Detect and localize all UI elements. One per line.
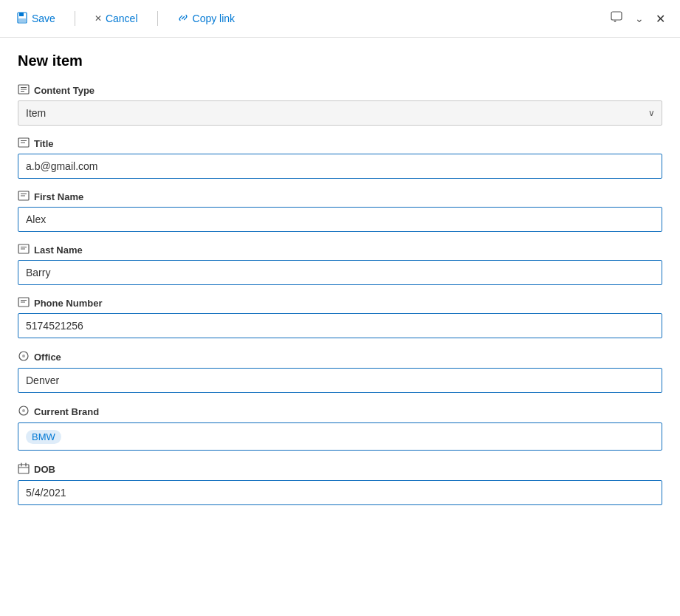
phone-number-field: Phone Number	[18, 297, 662, 338]
current-brand-label: Current Brand	[18, 405, 662, 419]
cancel-icon: ✕	[95, 13, 102, 24]
office-field: Office	[18, 350, 662, 393]
svg-point-21	[22, 355, 25, 357]
office-icon	[18, 350, 30, 364]
phone-number-icon	[18, 297, 30, 309]
toolbar-left: Save ✕ Cancel Copy link	[12, 9, 239, 29]
first-name-label: First Name	[18, 191, 662, 203]
last-name-icon	[18, 244, 30, 256]
dropdown-button[interactable]: ⌄	[632, 10, 647, 27]
comment-button[interactable]	[607, 7, 626, 30]
title-input[interactable]	[18, 154, 662, 179]
first-name-field: First Name	[18, 191, 662, 232]
title-icon	[18, 137, 30, 150]
content-type-field: Content Type Item ∨	[18, 84, 662, 126]
svg-rect-24	[18, 465, 29, 473]
dob-field: DOB	[18, 462, 662, 505]
title-field: Title	[18, 137, 662, 179]
current-brand-icon	[18, 405, 30, 419]
title-label: Title	[18, 137, 662, 150]
svg-point-23	[22, 409, 25, 412]
top-bar: Save ✕ Cancel Copy link ⌄	[0, 0, 680, 38]
close-button[interactable]: ✕	[653, 9, 668, 29]
toolbar-right: ⌄ ✕	[607, 7, 668, 30]
copy-link-button[interactable]: Copy link	[173, 9, 240, 29]
cancel-label: Cancel	[106, 13, 138, 24]
copy-link-label: Copy link	[193, 13, 236, 24]
copy-link-icon	[177, 12, 189, 26]
divider	[75, 11, 75, 26]
save-button[interactable]: Save	[12, 9, 60, 29]
last-name-field: Last Name	[18, 244, 662, 285]
first-name-icon	[18, 191, 30, 203]
cancel-button[interactable]: ✕ Cancel	[90, 10, 142, 27]
current-brand-field: Current Brand BMW	[18, 405, 662, 451]
content-type-select[interactable]: Item	[18, 100, 662, 126]
save-label: Save	[32, 13, 55, 24]
last-name-input[interactable]	[18, 260, 662, 285]
dob-icon	[18, 462, 30, 476]
svg-rect-2	[18, 18, 26, 22]
save-icon	[16, 12, 28, 26]
content-type-icon	[18, 84, 30, 97]
last-name-label: Last Name	[18, 244, 662, 256]
svg-rect-3	[611, 12, 622, 20]
phone-number-input[interactable]	[18, 313, 662, 338]
dob-label: DOB	[18, 462, 662, 476]
content-type-select-wrapper: Item ∨	[18, 100, 662, 126]
first-name-input[interactable]	[18, 207, 662, 232]
divider2	[157, 11, 158, 26]
bmw-tag: BMW	[26, 430, 61, 444]
office-label: Office	[18, 350, 662, 364]
content-type-label: Content Type	[18, 84, 662, 97]
dob-input[interactable]	[18, 480, 662, 505]
phone-number-label: Phone Number	[18, 297, 662, 309]
svg-rect-1	[19, 13, 24, 16]
main-content: New item Content Type Item ∨	[0, 38, 680, 532]
current-brand-tag-container[interactable]: BMW	[18, 422, 662, 451]
office-input[interactable]	[18, 368, 662, 393]
page-title: New item	[18, 52, 662, 69]
